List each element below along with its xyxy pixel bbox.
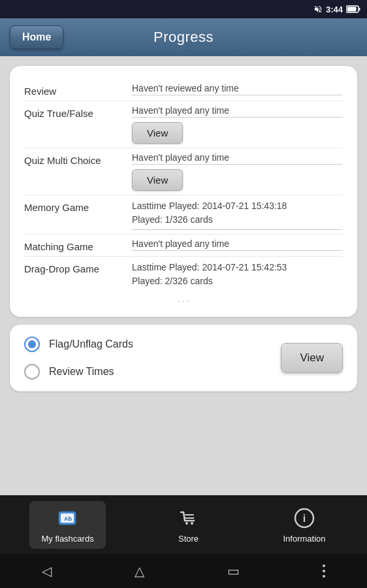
matching-value: Haven't played any time [132,238,343,251]
memory-value: Lasttime Played: 2014-07-21 15:43:18Play… [132,199,343,230]
matching-row: Matching Game Haven't played any time [24,235,343,257]
home-nav-button[interactable]: △ [135,563,144,579]
radio-group: Flag/Unflag Cards Review Times [24,336,281,380]
matching-content: Haven't played any time [132,238,343,251]
status-bar: 3:44 [0,0,367,18]
quiz-mc-view-button[interactable]: View [132,169,183,191]
progress-table: Review Haven't reviewed any time Quiz Tr… [24,79,343,292]
page-title: Progress [153,29,214,46]
options-card: Flag/Unflag Cards Review Times View [10,325,357,391]
flashcard-nav-icon: Ab [56,506,80,530]
review-label: Review [24,83,132,97]
review-value: Haven't reviewed any time [132,83,343,95]
drag-drop-label: Drag-Drop Game [24,261,132,274]
quiz-mc-value: Haven't played any time [132,152,343,165]
progress-card: Review Haven't reviewed any time Quiz Tr… [10,66,357,317]
bottom-nav: Ab My flashcards Store i [0,495,367,554]
home-button[interactable]: Home [10,25,63,49]
mute-icon [313,5,323,14]
svg-point-12 [191,522,193,525]
matching-label: Matching Game [24,238,132,252]
flashcard-icon: Ab [56,506,80,530]
review-content: Haven't reviewed any time [132,83,343,95]
svg-line-7 [184,512,185,521]
memory-label: Memory Game [24,199,132,213]
quiz-tf-content: Haven't played any time View [132,105,343,144]
review-times-option[interactable]: Review Times [24,364,281,380]
status-icons: 3:44 [313,5,360,14]
my-flashcards-label: My flashcards [41,534,93,544]
drag-drop-row: Drag-Drop Game Lasttime Played: 2014-07-… [24,257,343,292]
flag-unflag-option[interactable]: Flag/Unflag Cards [24,336,281,352]
svg-rect-2 [359,8,360,10]
quiz-mc-label: Quiz Multi Choice [24,152,132,166]
nav-store[interactable]: Store [165,501,212,549]
svg-point-11 [185,522,188,525]
review-times-label: Review Times [49,366,114,378]
store-icon [177,506,200,530]
ellipsis: . . . [24,292,343,304]
memory-row: Memory Game Lasttime Played: 2014-07-21 … [24,195,343,235]
quiz-tf-label: Quiz True/False [24,105,132,119]
recent-apps-button[interactable]: ▭ [227,563,240,579]
information-label: Information [283,534,325,544]
battery-icon [346,5,360,13]
flag-unflag-radio[interactable] [24,336,40,352]
dot2 [323,570,325,572]
quiz-tf-view-button[interactable]: View [132,122,183,144]
quiz-tf-row: Quiz True/False Haven't played any time … [24,101,343,148]
options-view-button[interactable]: View [281,343,343,373]
review-row: Review Haven't reviewed any time [24,79,343,101]
quiz-mc-row: Quiz Multi Choice Haven't played any tim… [24,148,343,195]
svg-rect-1 [347,7,357,12]
store-label: Store [178,534,199,544]
svg-text:Ab: Ab [64,515,72,522]
store-nav-icon [177,506,200,530]
info-icon: i [293,506,316,530]
overflow-menu[interactable] [323,564,325,578]
main-content: Review Haven't reviewed any time Quiz Tr… [0,56,367,495]
dot3 [323,575,325,578]
dot1 [323,564,325,567]
drag-drop-value: Lasttime Played: 2014-07-21 15:42:53Play… [132,261,343,288]
flag-unflag-dot [28,340,36,348]
back-button[interactable]: ◁ [42,563,52,579]
nav-my-flashcards[interactable]: Ab My flashcards [29,501,105,549]
svg-text:i: i [303,513,306,524]
review-times-radio[interactable] [24,364,40,380]
nav-information[interactable]: i Information [271,501,337,549]
flag-unflag-label: Flag/Unflag Cards [49,338,133,350]
time-display: 3:44 [326,5,343,14]
drag-drop-content: Lasttime Played: 2014-07-21 15:42:53Play… [132,261,343,288]
info-nav-icon: i [293,506,316,530]
header: Home Progress [0,18,367,56]
quiz-mc-content: Haven't played any time View [132,152,343,191]
quiz-tf-value: Haven't played any time [132,105,343,118]
system-nav: ◁ △ ▭ [0,554,367,588]
memory-content: Lasttime Played: 2014-07-21 15:43:18Play… [132,199,343,230]
